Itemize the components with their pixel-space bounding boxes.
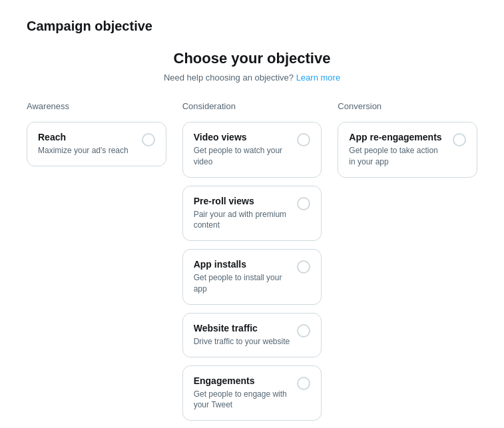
columns-container: AwarenessReachMaximize your ad's reachCo… (27, 101, 477, 428)
page-title: Campaign objective (27, 19, 477, 34)
option-card-1-1[interactable]: Pre-roll viewsPair your ad with premium … (182, 186, 322, 242)
option-card-content-2-0: App re-engagementsGet people to take act… (349, 132, 446, 168)
column-1: ConsiderationVideo viewsGet people to wa… (182, 101, 322, 428)
option-card-content-0-0: ReachMaximize your ad's reach (38, 132, 135, 156)
option-desc-1-3: Drive traffic to your website (194, 336, 291, 347)
option-card-1-2[interactable]: App installsGet people to install your a… (182, 249, 322, 305)
option-desc-1-2: Get people to install your app (194, 272, 291, 295)
column-label-0: Awareness (27, 101, 166, 111)
learn-more-link[interactable]: Learn more (296, 73, 340, 83)
column-0: AwarenessReachMaximize your ad's reach (27, 101, 166, 166)
option-desc-0-0: Maximize your ad's reach (38, 145, 135, 156)
option-title-1-4: Engagements (194, 375, 291, 386)
option-card-0-0[interactable]: ReachMaximize your ad's reach (27, 122, 166, 166)
option-title-1-2: App installs (194, 259, 291, 270)
option-desc-1-1: Pair your ad with premium content (194, 209, 291, 232)
option-card-2-0[interactable]: App re-engagementsGet people to take act… (338, 122, 477, 178)
option-card-content-1-3: Website trafficDrive traffic to your web… (194, 323, 291, 347)
column-label-2: Conversion (338, 101, 477, 111)
option-card-content-1-1: Pre-roll viewsPair your ad with premium … (194, 196, 291, 232)
column-2: ConversionApp re-engagementsGet people t… (338, 101, 477, 178)
objective-title: Choose your objective (174, 50, 331, 67)
option-card-content-1-0: Video viewsGet people to watch your vide… (194, 132, 291, 168)
option-title-2-0: App re-engagements (349, 132, 446, 142)
option-card-content-1-4: EngagementsGet people to engage with you… (194, 375, 291, 411)
option-card-content-1-2: App installsGet people to install your a… (194, 259, 291, 295)
page-container: Campaign objective Choose your objective… (0, 0, 504, 428)
option-card-1-0[interactable]: Video viewsGet people to watch your vide… (182, 122, 322, 178)
option-title-1-3: Website traffic (194, 323, 291, 333)
radio-circle-1-2 (297, 260, 310, 274)
radio-circle-1-0 (297, 133, 310, 146)
option-title-1-1: Pre-roll views (194, 196, 291, 206)
option-title-0-0: Reach (38, 132, 135, 142)
radio-circle-1-1 (297, 197, 310, 210)
help-text: Need help choosing an objective? Learn m… (164, 73, 340, 83)
option-card-1-4[interactable]: EngagementsGet people to engage with you… (182, 365, 322, 421)
option-desc-1-4: Get people to engage with your Tweet (194, 389, 291, 411)
option-desc-2-0: Get people to take action in your app (349, 145, 446, 168)
option-card-1-3[interactable]: Website trafficDrive traffic to your web… (182, 313, 322, 357)
option-desc-1-0: Get people to watch your video (194, 145, 291, 168)
column-label-1: Consideration (182, 101, 322, 111)
radio-circle-1-4 (297, 377, 310, 390)
main-content: Choose your objective Need help choosing… (27, 50, 477, 428)
radio-circle-1-3 (297, 324, 310, 337)
radio-circle-0-0 (142, 133, 155, 146)
radio-circle-2-0 (453, 133, 466, 146)
option-title-1-0: Video views (194, 132, 291, 142)
